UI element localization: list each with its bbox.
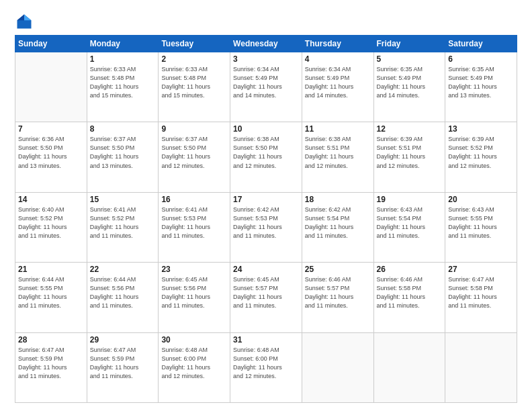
day-info: Sunrise: 6:46 AM Sunset: 5:57 PM Dayligh…	[305, 275, 371, 310]
day-number: 16	[161, 195, 227, 204]
day-info: Sunrise: 6:41 AM Sunset: 5:53 PM Dayligh…	[161, 205, 227, 240]
calendar-cell: 24Sunrise: 6:45 AM Sunset: 5:57 PM Dayli…	[230, 263, 302, 332]
day-number: 5	[377, 54, 443, 64]
calendar-cell: 30Sunrise: 6:48 AM Sunset: 6:00 PM Dayli…	[159, 332, 230, 402]
svg-marker-1	[24, 15, 32, 21]
day-info: Sunrise: 6:42 AM Sunset: 5:54 PM Dayligh…	[305, 205, 371, 240]
day-info: Sunrise: 6:38 AM Sunset: 5:50 PM Dayligh…	[233, 135, 299, 170]
day-number: 18	[305, 195, 371, 204]
calendar-cell: 12Sunrise: 6:39 AM Sunset: 5:51 PM Dayli…	[373, 122, 445, 192]
day-info: Sunrise: 6:44 AM Sunset: 5:55 PM Dayligh…	[18, 275, 84, 310]
day-info: Sunrise: 6:40 AM Sunset: 5:52 PM Dayligh…	[18, 205, 84, 240]
calendar-cell: 11Sunrise: 6:38 AM Sunset: 5:51 PM Dayli…	[302, 122, 373, 192]
day-number: 20	[448, 195, 514, 204]
day-number: 29	[90, 335, 156, 345]
logo-icon	[15, 12, 34, 31]
calendar-table: SundayMondayTuesdayWednesdayThursdayFrid…	[15, 35, 517, 403]
day-number: 1	[90, 54, 156, 64]
day-number: 22	[90, 265, 156, 274]
calendar-header-sunday: Sunday	[15, 36, 87, 52]
calendar-cell: 5Sunrise: 6:35 AM Sunset: 5:49 PM Daylig…	[373, 52, 445, 122]
calendar-cell: 19Sunrise: 6:43 AM Sunset: 5:54 PM Dayli…	[373, 192, 445, 262]
day-number: 25	[305, 265, 371, 274]
day-number: 12	[377, 124, 443, 134]
day-number: 21	[18, 265, 84, 274]
calendar-cell: 14Sunrise: 6:40 AM Sunset: 5:52 PM Dayli…	[15, 192, 87, 262]
day-number: 13	[448, 124, 514, 134]
calendar-cell: 17Sunrise: 6:42 AM Sunset: 5:53 PM Dayli…	[230, 192, 302, 262]
day-info: Sunrise: 6:35 AM Sunset: 5:49 PM Dayligh…	[448, 65, 514, 100]
day-number: 17	[233, 195, 299, 204]
page: SundayMondayTuesdayWednesdayThursdayFrid…	[0, 0, 532, 411]
day-number: 7	[18, 124, 84, 134]
day-info: Sunrise: 6:33 AM Sunset: 5:48 PM Dayligh…	[90, 65, 156, 100]
day-number: 30	[161, 335, 227, 345]
day-number: 4	[305, 54, 371, 64]
day-info: Sunrise: 6:41 AM Sunset: 5:52 PM Dayligh…	[90, 205, 156, 240]
day-number: 24	[233, 265, 299, 274]
calendar-cell: 26Sunrise: 6:46 AM Sunset: 5:58 PM Dayli…	[373, 263, 445, 332]
day-number: 6	[448, 54, 514, 64]
day-info: Sunrise: 6:36 AM Sunset: 5:50 PM Dayligh…	[18, 135, 84, 170]
day-number: 11	[305, 124, 371, 134]
calendar-header-wednesday: Wednesday	[230, 36, 302, 52]
calendar-week-row-0: 1Sunrise: 6:33 AM Sunset: 5:48 PM Daylig…	[15, 52, 517, 122]
calendar-week-row-4: 28Sunrise: 6:47 AM Sunset: 5:59 PM Dayli…	[15, 332, 517, 402]
day-number: 9	[161, 124, 227, 134]
calendar-cell: 29Sunrise: 6:47 AM Sunset: 5:59 PM Dayli…	[87, 332, 159, 402]
calendar-cell: 22Sunrise: 6:44 AM Sunset: 5:56 PM Dayli…	[87, 263, 159, 332]
day-number: 14	[18, 195, 84, 204]
day-info: Sunrise: 6:37 AM Sunset: 5:50 PM Dayligh…	[161, 135, 227, 170]
calendar-cell	[373, 332, 445, 402]
calendar-cell	[302, 332, 373, 402]
day-number: 8	[90, 124, 156, 134]
calendar-cell: 8Sunrise: 6:37 AM Sunset: 5:50 PM Daylig…	[87, 122, 159, 192]
day-number: 3	[233, 54, 299, 64]
day-info: Sunrise: 6:45 AM Sunset: 5:57 PM Dayligh…	[233, 275, 299, 310]
day-number: 26	[377, 265, 443, 274]
day-info: Sunrise: 6:39 AM Sunset: 5:52 PM Dayligh…	[448, 135, 514, 170]
calendar-cell: 31Sunrise: 6:48 AM Sunset: 6:00 PM Dayli…	[230, 332, 302, 402]
day-number: 27	[448, 265, 514, 274]
calendar-cell: 3Sunrise: 6:34 AM Sunset: 5:49 PM Daylig…	[230, 52, 302, 122]
calendar-header-thursday: Thursday	[302, 36, 373, 52]
calendar-cell: 27Sunrise: 6:47 AM Sunset: 5:58 PM Dayli…	[445, 263, 517, 332]
day-number: 10	[233, 124, 299, 134]
day-info: Sunrise: 6:47 AM Sunset: 5:59 PM Dayligh…	[90, 346, 156, 381]
day-number: 23	[161, 265, 227, 274]
day-number: 2	[161, 54, 227, 64]
day-number: 28	[18, 335, 84, 345]
calendar-cell: 7Sunrise: 6:36 AM Sunset: 5:50 PM Daylig…	[15, 122, 87, 192]
day-number: 31	[233, 335, 299, 345]
day-info: Sunrise: 6:43 AM Sunset: 5:54 PM Dayligh…	[377, 205, 443, 240]
calendar-cell: 28Sunrise: 6:47 AM Sunset: 5:59 PM Dayli…	[15, 332, 87, 402]
day-info: Sunrise: 6:47 AM Sunset: 5:58 PM Dayligh…	[448, 275, 514, 310]
calendar-cell: 18Sunrise: 6:42 AM Sunset: 5:54 PM Dayli…	[302, 192, 373, 262]
calendar-cell: 16Sunrise: 6:41 AM Sunset: 5:53 PM Dayli…	[159, 192, 230, 262]
calendar-week-row-3: 21Sunrise: 6:44 AM Sunset: 5:55 PM Dayli…	[15, 263, 517, 332]
calendar-header-row: SundayMondayTuesdayWednesdayThursdayFrid…	[15, 36, 517, 52]
calendar-cell: 9Sunrise: 6:37 AM Sunset: 5:50 PM Daylig…	[159, 122, 230, 192]
day-info: Sunrise: 6:38 AM Sunset: 5:51 PM Dayligh…	[305, 135, 371, 170]
day-info: Sunrise: 6:35 AM Sunset: 5:49 PM Dayligh…	[377, 65, 443, 100]
calendar-cell: 25Sunrise: 6:46 AM Sunset: 5:57 PM Dayli…	[302, 263, 373, 332]
calendar-header-tuesday: Tuesday	[159, 36, 230, 52]
day-info: Sunrise: 6:48 AM Sunset: 6:00 PM Dayligh…	[161, 346, 227, 381]
calendar-cell: 23Sunrise: 6:45 AM Sunset: 5:56 PM Dayli…	[159, 263, 230, 332]
calendar-header-monday: Monday	[87, 36, 159, 52]
calendar-cell	[15, 52, 87, 122]
calendar-cell: 15Sunrise: 6:41 AM Sunset: 5:52 PM Dayli…	[87, 192, 159, 262]
day-info: Sunrise: 6:43 AM Sunset: 5:55 PM Dayligh…	[448, 205, 514, 240]
logo	[15, 12, 36, 31]
calendar-cell: 10Sunrise: 6:38 AM Sunset: 5:50 PM Dayli…	[230, 122, 302, 192]
day-number: 19	[377, 195, 443, 204]
day-number: 15	[90, 195, 156, 204]
day-info: Sunrise: 6:45 AM Sunset: 5:56 PM Dayligh…	[161, 275, 227, 310]
day-info: Sunrise: 6:33 AM Sunset: 5:48 PM Dayligh…	[161, 65, 227, 100]
day-info: Sunrise: 6:39 AM Sunset: 5:51 PM Dayligh…	[377, 135, 443, 170]
calendar-cell: 4Sunrise: 6:34 AM Sunset: 5:49 PM Daylig…	[302, 52, 373, 122]
day-info: Sunrise: 6:42 AM Sunset: 5:53 PM Dayligh…	[233, 205, 299, 240]
calendar-cell: 21Sunrise: 6:44 AM Sunset: 5:55 PM Dayli…	[15, 263, 87, 332]
calendar-cell: 1Sunrise: 6:33 AM Sunset: 5:48 PM Daylig…	[87, 52, 159, 122]
calendar-header-friday: Friday	[373, 36, 445, 52]
